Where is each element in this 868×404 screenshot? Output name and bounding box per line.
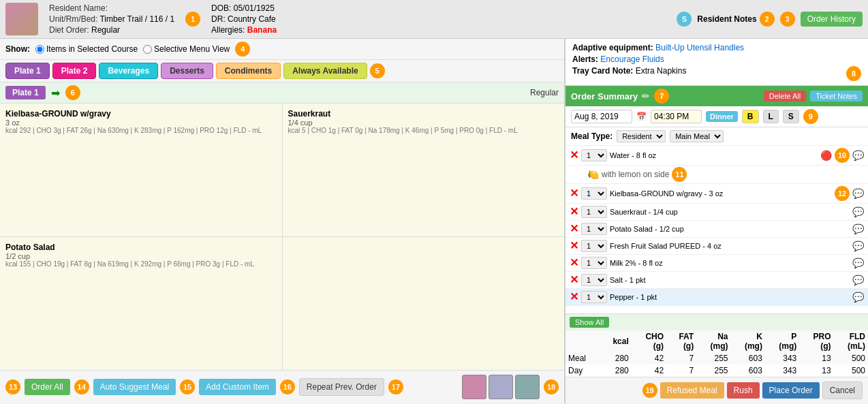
resident-notes-button[interactable]: Resident Notes 2 (697, 12, 774, 27)
food-portion-potato-salad: 1/2 cup (5, 252, 277, 260)
qty-sauerkraut-select[interactable]: 1 (581, 206, 607, 218)
remove-salt-button[interactable]: ✕ (570, 275, 578, 285)
tab-condiments[interactable]: Condiments (216, 63, 281, 79)
delete-all-button[interactable]: Delete All (764, 91, 806, 102)
food-nutrition-sauerkraut: kcal 5 | CHO 1g | FAT 0g | Na 178mg | K … (288, 127, 559, 134)
pencil-icon[interactable]: ✏ (642, 91, 650, 102)
repeat-prev-button[interactable]: Repeat Prev. Order (299, 378, 384, 396)
milk-comment-icon[interactable]: 💬 (852, 258, 864, 268)
dob-value: 05/01/1925 (234, 3, 275, 13)
bottom-bar-right: 19 Refused Meal Rush Place Order Cancel (565, 377, 868, 403)
location-badge: 1 (185, 12, 200, 27)
qty-water-select[interactable]: 1 (581, 149, 607, 161)
ticket-notes-button[interactable]: Ticket Notes (810, 91, 863, 102)
qty-pepper-select[interactable]: 1 (581, 291, 607, 303)
diet-order-label: Diet Order: (49, 25, 89, 35)
pepper-comment-icon[interactable]: 💬 (852, 292, 864, 302)
items-in-course-label: Items in Selected Course (46, 44, 138, 54)
items-in-course-option[interactable]: Items in Selected Course (35, 44, 138, 54)
refused-meal-button[interactable]: Refused Meal (660, 382, 724, 399)
remove-kielbasa-button[interactable]: ✕ (570, 188, 578, 199)
show-label: Show: (5, 44, 30, 54)
food-grid: Kielbasa-GROUND w/gravy 3 oz kcal 292 | … (0, 104, 564, 370)
alerts-value[interactable]: Encourage Fluids (600, 55, 664, 64)
show-all-button[interactable]: Show All (570, 317, 609, 328)
resident-info: Resident Name: Unit/Rm/Bed: Timber Trail… (49, 3, 174, 35)
header-right: S Resident Notes 2 3 Order History (677, 12, 863, 27)
size-b-button[interactable]: B (742, 110, 759, 123)
tab-desserts[interactable]: Desserts (161, 63, 213, 79)
fruit-comment-icon[interactable]: 💬 (852, 240, 864, 251)
sauerkraut-comment-icon[interactable]: 💬 (852, 206, 864, 217)
tab-always-available[interactable]: Always Available (283, 63, 367, 79)
tab-plate1[interactable]: Plate 1 (5, 63, 50, 79)
resident-notes-label: Resident Notes (697, 14, 756, 24)
photo-thumb-1[interactable] (462, 375, 486, 399)
meal-badge: Dinner (706, 111, 738, 122)
selective-menu-radio[interactable] (143, 45, 152, 54)
qty-salt-select[interactable]: 1 (581, 274, 607, 286)
auto-suggest-button[interactable]: Auto Suggest Meal (93, 379, 176, 395)
qty-fruit-select[interactable]: 1 (581, 240, 607, 252)
item-name-pepper: Pepper - 1 pkt (610, 293, 850, 301)
food-item-kielbasa[interactable]: Kielbasa-GROUND w/gravy 3 oz kcal 292 | … (0, 104, 282, 236)
calendar-icon[interactable]: 📅 (636, 112, 647, 121)
badge15: 15 (180, 379, 195, 394)
salt-comment-icon[interactable]: 💬 (852, 275, 864, 285)
order-all-button[interactable]: Order All (25, 379, 70, 395)
meal-type-select[interactable]: Resident (617, 130, 666, 142)
avatar (5, 3, 38, 35)
remove-pepper-button[interactable]: ✕ (570, 292, 578, 302)
photo-thumb-2[interactable] (489, 375, 513, 399)
items-in-course-radio[interactable] (35, 45, 44, 54)
badge16: 16 (280, 379, 295, 394)
size-l-button[interactable]: L (763, 110, 779, 123)
tray-card-value: Extra Napkins (636, 66, 687, 76)
food-item-potato-salad[interactable]: Potato Salad 1/2 cup kcal 155 | CHO 19g … (0, 237, 282, 370)
badge19: 19 (642, 383, 657, 398)
meal-main-select[interactable]: Main Meal (670, 130, 724, 142)
date-input[interactable] (571, 110, 632, 123)
water-temp-icon: 🔴 (820, 150, 832, 161)
photo-thumb-3[interactable] (515, 375, 540, 399)
sub-item-text: with lemon on side (602, 170, 669, 179)
badge13: 13 (5, 379, 20, 394)
remove-fruit-button[interactable]: ✕ (570, 240, 578, 251)
kielbasa-comment-icon[interactable]: 💬 (852, 188, 864, 199)
water-comment-icon[interactable]: 💬 (852, 150, 864, 161)
food-portion-kielbasa: 3 oz (5, 119, 277, 127)
arrow-icon: ➡ (51, 87, 60, 99)
col-na: Na(mg) (696, 330, 730, 352)
cancel-button[interactable]: Cancel (822, 382, 863, 399)
right-panel: Adaptive equipment: Built-Up Utensil Han… (565, 39, 868, 403)
col-k: K(mg) (731, 330, 765, 352)
remove-sauerkraut-button[interactable]: ✕ (570, 206, 578, 217)
order-history-button[interactable]: Order History (801, 12, 863, 27)
time-input[interactable] (651, 110, 702, 123)
remove-milk-button[interactable]: ✕ (570, 258, 578, 268)
adaptive-value[interactable]: Built-Up Utensil Handles (655, 43, 744, 52)
remove-water-button[interactable]: ✕ (570, 150, 578, 161)
selective-menu-option[interactable]: Selective Menu View (143, 44, 230, 54)
food-name-potato-salad: Potato Salad (5, 243, 277, 252)
allergies-value: Banana (247, 25, 277, 35)
remove-potato-button[interactable]: ✕ (570, 223, 578, 234)
potato-comment-icon[interactable]: 💬 (852, 223, 864, 234)
qty-kielbasa-select[interactable]: 1 (581, 187, 607, 200)
place-order-button[interactable]: Place Order (762, 382, 820, 399)
rush-button[interactable]: Rush (727, 382, 760, 399)
badge14: 14 (74, 379, 89, 394)
food-item-sauerkraut[interactable]: Sauerkraut 1/4 cup kcal 5 | CHO 1g | FAT… (283, 104, 565, 236)
tab-plate2[interactable]: Plate 2 (52, 63, 97, 79)
col-fld: FLD(mL) (834, 330, 868, 352)
tray-card-label: Tray Card Note: (572, 66, 633, 76)
qty-potato-select[interactable]: 1 (581, 223, 607, 235)
size-s-button[interactable]: S (783, 110, 799, 123)
col-p: P(mg) (765, 330, 799, 352)
row-k: 603 (731, 364, 765, 377)
order-item-water: ✕ 1 Water - 8 fl oz 🔴 10 💬 (565, 146, 868, 166)
sub-item-badge: 11 (672, 167, 687, 182)
tab-beverages[interactable]: Beverages (99, 63, 158, 79)
add-custom-button[interactable]: Add Custom Item (199, 379, 276, 395)
qty-milk-select[interactable]: 1 (581, 257, 607, 269)
